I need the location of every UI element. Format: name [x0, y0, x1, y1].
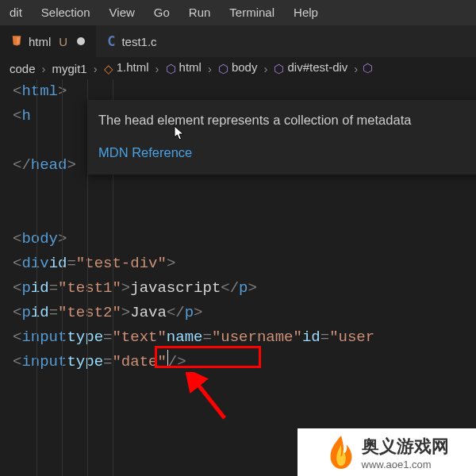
tab-label: html — [29, 35, 51, 48]
chevron-right-icon: › — [262, 62, 269, 75]
symbol-icon: ⬡ — [274, 62, 284, 76]
html-file-icon — [11, 35, 22, 48]
tab-html[interactable]: html U — [0, 25, 96, 57]
chevron-right-icon: › — [154, 62, 161, 75]
menu-item-go[interactable]: Go — [144, 0, 179, 25]
crumb-code[interactable]: code — [5, 62, 40, 75]
tab-test1-c[interactable]: C test1.c — [96, 25, 167, 57]
crumb-mygit1[interactable]: mygit1 — [48, 62, 92, 75]
tab-modified-marker: U — [59, 35, 67, 48]
code-line[interactable]: <p id="test1">javascript</p> — [13, 276, 476, 301]
watermark: 奥义游戏网 www.aoe1.com — [298, 428, 476, 476]
menu-item-help[interactable]: Help — [284, 0, 328, 25]
menu-item-view[interactable]: View — [100, 0, 144, 25]
symbol-icon: ⬡ — [218, 62, 228, 76]
symbol-icon: ⬡ — [166, 62, 176, 76]
menu-item-run[interactable]: Run — [179, 0, 221, 25]
watermark-title: 奥义游戏网 — [362, 435, 449, 459]
code-line[interactable]: <p id="test2">Java</p> — [13, 301, 476, 325]
menu-item-selection[interactable]: Selection — [32, 0, 100, 25]
code-line[interactable] — [13, 178, 476, 202]
tab-label: test1.c — [121, 35, 156, 48]
svg-line-0 — [194, 380, 225, 418]
chevron-right-icon: › — [352, 62, 359, 75]
menu-item-edit[interactable]: dit — [0, 0, 32, 25]
annotation-box — [155, 346, 261, 368]
crumb-div[interactable]: ⬡div#test-div — [269, 60, 352, 75]
menu-item-terminal[interactable]: Terminal — [220, 0, 284, 25]
tab-bar: html U C test1.c — [0, 25, 476, 57]
annotation-arrow-icon — [183, 372, 239, 428]
breadcrumb: code › mygit1 › ◇1.html › ⬡html › ⬡body … — [0, 57, 476, 79]
symbol-icon: ⬡ — [359, 61, 373, 75]
code-line[interactable]: <body> — [13, 227, 476, 251]
watermark-url: www.aoe1.com — [362, 459, 449, 470]
c-file-icon: C — [107, 33, 115, 49]
chevron-right-icon: › — [92, 62, 99, 75]
flame-icon — [325, 434, 357, 470]
mouse-pointer-icon — [174, 125, 186, 141]
tooltip-text: The head element represents a collection… — [98, 108, 476, 132]
chevron-right-icon: › — [206, 62, 213, 75]
html-file-icon: ◇ — [104, 62, 113, 76]
code-line[interactable] — [13, 202, 476, 227]
menu-bar: dit Selection View Go Run Terminal Help — [0, 0, 476, 25]
mdn-reference-link[interactable]: MDN Reference — [98, 140, 192, 165]
chevron-right-icon: › — [40, 62, 48, 75]
hover-tooltip: The head element represents a collection… — [87, 100, 476, 175]
crumb-file[interactable]: ◇1.html — [99, 60, 154, 75]
crumb-html[interactable]: ⬡html — [161, 60, 206, 75]
crumb-body[interactable]: ⬡body — [213, 60, 263, 75]
code-line[interactable]: <div id="test-div"> — [13, 251, 476, 276]
code-editor[interactable]: <html> <h </head> <body> <div id="test-d… — [0, 79, 476, 476]
tab-dirty-dot-icon — [77, 37, 85, 45]
